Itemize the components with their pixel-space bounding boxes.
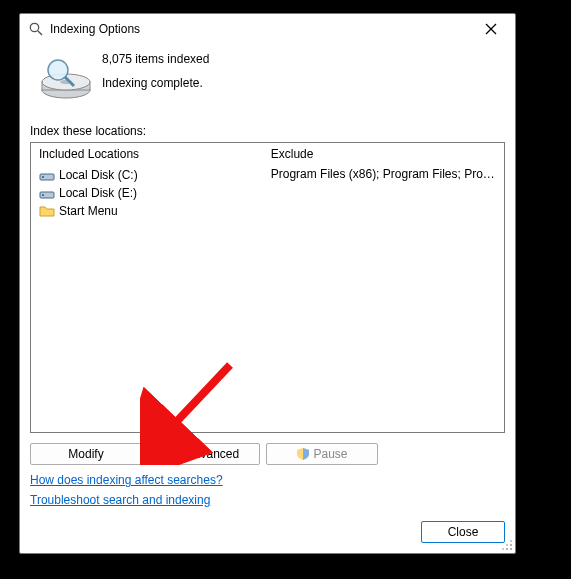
svg-point-19 (510, 540, 512, 542)
svg-point-0 (30, 23, 38, 31)
advanced-button[interactable]: Advanced (148, 443, 260, 465)
included-column-header: Included Locations (39, 147, 255, 161)
svg-rect-13 (42, 194, 44, 196)
location-row[interactable]: Start Menu (39, 203, 255, 219)
folder-icon (39, 203, 55, 219)
items-indexed-text: 8,075 items indexed (102, 52, 209, 66)
svg-point-15 (506, 548, 508, 550)
svg-point-18 (506, 544, 508, 546)
location-label: Local Disk (E:) (59, 186, 137, 200)
resize-grip-icon[interactable] (501, 539, 513, 551)
modify-button[interactable]: Modify (30, 443, 142, 465)
shield-icon (296, 447, 310, 461)
location-row[interactable]: Local Disk (C:) (39, 167, 255, 183)
svg-point-14 (510, 548, 512, 550)
location-label: Start Menu (59, 204, 118, 218)
index-locations-label: Index these locations: (30, 124, 505, 138)
drive-magnifier-icon (30, 50, 102, 106)
close-button[interactable]: Close (421, 521, 505, 543)
status-section: 8,075 items indexed Indexing complete. (30, 50, 505, 106)
svg-line-1 (38, 31, 42, 35)
location-row[interactable]: Local Disk (E:) (39, 185, 255, 201)
indexing-state-text: Indexing complete. (102, 76, 209, 90)
pause-button: Pause (266, 443, 378, 465)
svg-rect-11 (42, 176, 44, 178)
svg-point-16 (510, 544, 512, 546)
magnifier-icon (28, 21, 44, 37)
location-label: Local Disk (C:) (59, 168, 138, 182)
indexing-options-dialog: Indexing Options 8,075 items indexed Ind… (19, 13, 516, 554)
shield-icon (169, 447, 183, 461)
how-indexing-link[interactable]: How does indexing affect searches? (30, 473, 223, 487)
exclude-value: Program Files (x86); Program Files; Prog… (271, 167, 496, 181)
troubleshoot-link[interactable]: Troubleshoot search and indexing (30, 493, 210, 507)
close-icon[interactable] (475, 17, 507, 41)
locations-listbox: Included Locations Local Disk (C:) Local… (30, 142, 505, 433)
drive-icon (39, 185, 55, 201)
pause-button-label: Pause (313, 447, 347, 461)
close-button-label: Close (448, 525, 479, 539)
modify-button-label: Modify (68, 447, 103, 461)
titlebar: Indexing Options (20, 14, 515, 44)
window-title: Indexing Options (50, 22, 475, 36)
advanced-button-label: Advanced (186, 447, 239, 461)
svg-point-17 (502, 548, 504, 550)
drive-icon (39, 167, 55, 183)
exclude-column-header: Exclude (271, 147, 496, 161)
